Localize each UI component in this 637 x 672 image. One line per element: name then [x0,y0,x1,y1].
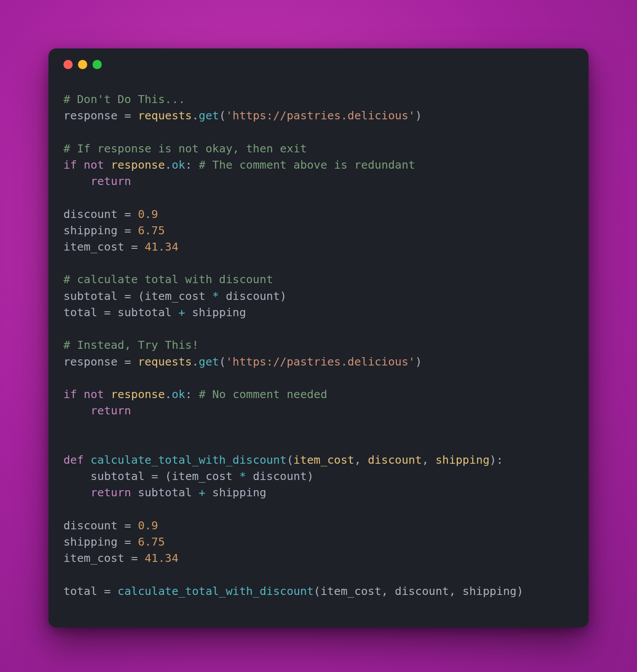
code-token: = [118,109,138,122]
code-comment: # The comment above is redundant [199,158,415,171]
code-space [192,388,199,401]
code-token: ok [172,158,185,171]
code-param: item_cost [293,453,354,466]
code-token: get [199,355,219,368]
code-token: ( [165,469,171,483]
code-token: ( [219,109,226,122]
code-token: . [165,158,171,171]
code-comment: # No comment needed [199,388,327,401]
code-token: shipping [63,535,118,548]
code-token: shipping [192,306,246,319]
code-space [104,158,111,171]
code-token: = [124,551,144,565]
code-operator: * [233,469,253,483]
code-keyword: if [63,158,77,171]
code-comment: # calculate total with discount [63,273,273,286]
code-number: 41.34 [144,240,178,253]
code-token: ( [314,584,320,598]
code-token: item_cost [172,469,233,483]
code-token: : [185,158,192,171]
code-string: 'https://pastries.delicious' [226,109,415,122]
code-token: response [111,388,165,401]
code-indent [63,404,90,417]
code-token: , [449,584,463,598]
code-token: item_cost [63,551,124,565]
code-token: discount [253,469,307,483]
code-indent [63,486,90,499]
code-space [77,158,84,171]
code-token: total [63,306,97,319]
code-param: discount [368,453,422,466]
code-token: ( [138,289,144,303]
code-token: , [381,584,395,598]
code-token: . [192,109,199,122]
code-token: = [118,207,138,221]
code-comment: # If response is not okay, then exit [63,142,307,155]
code-token: = [118,355,138,368]
code-space [104,388,111,401]
code-token: ( [287,453,293,466]
code-token: subtotal [138,486,192,499]
code-space [77,388,84,401]
code-token: subtotal [90,469,144,483]
code-token: total [63,584,97,598]
code-token: ) [489,453,496,466]
code-token: : [496,453,503,466]
code-token: response [111,158,165,171]
code-token: ) [280,289,286,303]
code-token: discount [226,289,280,303]
code-space [131,486,138,499]
close-icon[interactable] [63,60,73,69]
code-space [192,158,199,171]
code-token: shipping [212,486,267,499]
code-token: ) [415,109,422,122]
code-token: ) [307,469,314,483]
code-keyword: return [90,174,131,188]
code-keyword: return [90,486,131,499]
code-number: 6.75 [138,224,165,237]
code-token: . [165,388,171,401]
code-token: = [118,224,138,237]
code-token: requests [138,355,192,368]
code-keyword: not [84,158,104,171]
code-arg: discount [395,584,449,598]
code-keyword: def [63,453,84,466]
code-operator: * [205,289,226,303]
code-number: 41.34 [144,551,178,565]
code-keyword: if [63,388,77,401]
code-token: ok [172,388,185,401]
code-token: response [63,109,118,122]
code-token: item_cost [144,289,205,303]
code-token: = [144,469,165,483]
code-funccall: calculate_total_with_discount [118,584,314,598]
code-number: 0.9 [138,207,158,221]
code-token: ) [415,355,422,368]
code-token: : [185,388,192,401]
zoom-icon[interactable] [93,60,102,69]
code-token: , [422,453,436,466]
code-token: = [118,535,138,548]
code-param: shipping [435,453,489,466]
code-number: 6.75 [138,535,165,548]
code-comment: # Instead, Try This! [63,338,199,351]
code-token: = [124,240,144,253]
code-token: ) [517,584,523,598]
code-keyword: return [90,404,131,417]
code-token: item_cost [63,240,124,253]
code-space [84,453,90,466]
window-titlebar [48,48,589,69]
code-token: subtotal [118,306,172,319]
code-token: discount [63,519,118,532]
minimize-icon[interactable] [78,60,87,69]
code-token: = [97,306,118,319]
code-operator: + [172,306,192,319]
code-arg: item_cost [320,584,381,598]
code-comment: # Don't Do This... [63,92,185,106]
code-token: shipping [63,224,118,237]
code-block: # Don't Do This... response = requests.g… [48,69,589,628]
code-token: , [354,453,368,466]
code-token: subtotal [63,289,118,303]
code-token: requests [138,109,192,122]
code-token: discount [63,207,118,221]
code-indent [63,174,90,188]
